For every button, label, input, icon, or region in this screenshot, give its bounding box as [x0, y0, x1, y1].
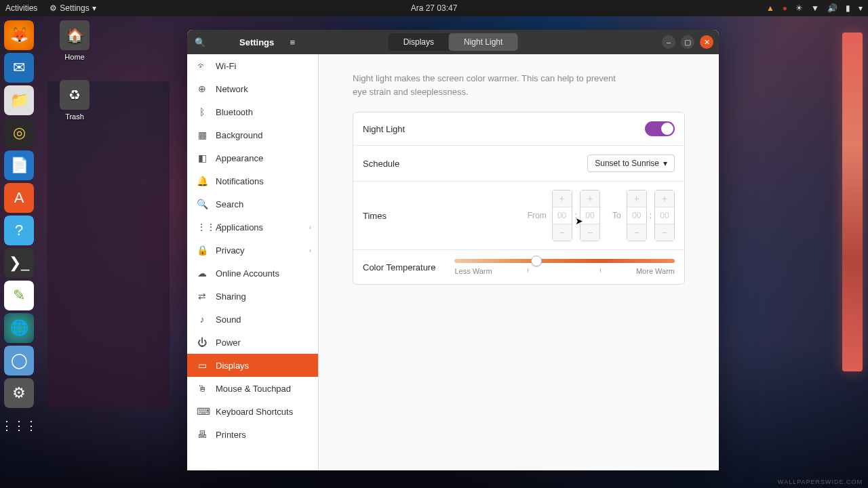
activities-button[interactable]: Activities: [5, 3, 37, 13]
dock-settings[interactable]: ⚙: [4, 378, 34, 408]
sidebar-item-label: Sound: [216, 314, 241, 325]
power-icon: ⏻: [197, 337, 208, 348]
sidebar-item-wi-fi[interactable]: ᯤWi-Fi: [187, 54, 318, 77]
desktop-icon-trash[interactable]: ♻ Trash: [54, 80, 95, 121]
color-temp-slider[interactable]: [454, 259, 675, 263]
sidebar-item-label: Notifications: [216, 176, 264, 186]
app-menu[interactable]: ⚙ Settings ▾: [50, 3, 96, 13]
brightness-icon[interactable]: ☀: [795, 3, 803, 13]
sidebar-item-appearance[interactable]: ◧Appearance: [187, 146, 318, 169]
sidebar-item-label: Appearance: [216, 153, 263, 163]
decrement-button[interactable]: −: [627, 224, 646, 241]
dock-texteditor[interactable]: ✎: [4, 281, 34, 310]
sidebar-item-network[interactable]: ⊕Network: [187, 77, 318, 100]
sidebar-item-online-accounts[interactable]: ☁Online Accounts: [187, 262, 318, 285]
sidebar-item-power[interactable]: ⏻Power: [187, 331, 318, 354]
building-decoration: [47, 81, 170, 407]
desktop-icon-home[interactable]: 🏠 Home: [54, 20, 95, 61]
settings-panel: Night Light Schedule Sunset to Sunrise▾ …: [353, 112, 685, 285]
dock-terminal[interactable]: ❯_: [4, 248, 34, 278]
maximize-button[interactable]: ▢: [681, 35, 694, 49]
to-hour-input[interactable]: [627, 207, 646, 224]
tray-icon[interactable]: ●: [783, 3, 787, 13]
sidebar-item-mouse-touchpad[interactable]: 🖱Mouse & Touchpad: [187, 377, 318, 400]
settings-sidebar: ᯤWi-Fi⊕NetworkᛒBluetooth▦Background◧Appe…: [187, 54, 319, 470]
battery-icon[interactable]: ▮: [846, 3, 850, 13]
chevron-right-icon: ›: [309, 224, 311, 231]
sidebar-item-sound[interactable]: ♪Sound: [187, 308, 318, 331]
from-min-input[interactable]: [580, 207, 599, 224]
increment-button[interactable]: +: [580, 190, 599, 207]
chevron-down-icon: ▾: [663, 159, 667, 168]
dock-chromium[interactable]: ◯: [4, 346, 34, 375]
dock-apps[interactable]: ⋮⋮⋮: [4, 411, 34, 441]
sidebar-item-label: Background: [216, 130, 262, 140]
sidebar-item-label: Mouse & Touchpad: [216, 384, 291, 394]
sidebar-item-search[interactable]: 🔍Search: [187, 192, 318, 216]
to-hour-spinner[interactable]: + −: [627, 190, 647, 241]
dock-software[interactable]: A: [4, 183, 34, 213]
from-label: From: [528, 211, 547, 220]
to-min-input[interactable]: [655, 207, 674, 224]
increment-button[interactable]: +: [655, 190, 674, 207]
decrement-button[interactable]: −: [580, 224, 599, 241]
menu-button[interactable]: ≡: [282, 32, 302, 52]
schedule-label: Schedule: [363, 159, 399, 169]
tab-night-light[interactable]: Night Light: [449, 33, 517, 51]
dock-rhythmbox[interactable]: ◎: [4, 118, 34, 148]
network-icon[interactable]: ▼: [811, 3, 819, 13]
dock-browser[interactable]: 🌐: [4, 313, 34, 343]
increment-button[interactable]: +: [553, 190, 572, 207]
wallpaper-credit: WALLPAPERSWIDE.COM: [778, 479, 863, 485]
kbd-icon: ⌨: [197, 406, 208, 417]
appr-icon: ◧: [197, 152, 208, 163]
dock-writer[interactable]: 📄: [4, 150, 34, 180]
sidebar-item-label: Printers: [216, 430, 246, 440]
sidebar-item-keyboard-shortcuts[interactable]: ⌨Keyboard Shortcuts: [187, 400, 318, 423]
sidebar-item-notifications[interactable]: 🔔Notifications: [187, 169, 318, 192]
volume-icon[interactable]: 🔊: [827, 3, 837, 13]
close-button[interactable]: ✕: [700, 35, 713, 49]
tray-icon[interactable]: ▲: [766, 3, 774, 13]
dock-thunderbird[interactable]: ✉: [4, 53, 34, 83]
night-light-toggle[interactable]: [645, 121, 675, 136]
from-min-spinner[interactable]: + −: [580, 190, 600, 241]
sidebar-item-label: Search: [216, 199, 243, 209]
decrement-button[interactable]: −: [655, 224, 674, 241]
tab-displays[interactable]: Displays: [389, 33, 449, 51]
search-button[interactable]: 🔍: [190, 32, 210, 52]
neon-sign-decoration: [842, 33, 863, 371]
decrement-button[interactable]: −: [553, 224, 572, 241]
color-temp-label: Color Temperature: [363, 262, 435, 272]
from-hour-input[interactable]: [553, 207, 572, 224]
window-title: Settings: [239, 37, 274, 47]
to-min-spinner[interactable]: + −: [654, 190, 675, 241]
sidebar-item-bluetooth[interactable]: ᛒBluetooth: [187, 100, 318, 123]
dock: 🦊 ✉ 📁 ◎ 📄 A ? ❯_ ✎ 🌐 ◯ ⚙ ⋮⋮⋮: [4, 20, 34, 441]
night-light-label: Night Light: [363, 124, 405, 134]
priv-icon: 🔒: [197, 245, 208, 256]
sidebar-item-applications[interactable]: ⋮⋮⋮Applications›: [187, 216, 318, 239]
sidebar-item-label: Keyboard Shortcuts: [216, 407, 293, 417]
sidebar-item-background[interactable]: ▦Background: [187, 123, 318, 146]
sidebar-item-label: Sharing: [216, 291, 246, 302]
from-hour-spinner[interactable]: + −: [552, 190, 572, 241]
system-menu-icon[interactable]: ▾: [859, 3, 863, 13]
clock[interactable]: Ara 27 03:47: [411, 3, 458, 13]
slider-thumb[interactable]: [531, 256, 542, 266]
chevron-right-icon: ›: [309, 247, 311, 254]
description-text: Night light makes the screen color warme…: [353, 72, 624, 98]
notif-icon: 🔔: [197, 176, 208, 186]
dock-files[interactable]: 📁: [4, 85, 34, 115]
top-bar: Activities ⚙ Settings ▾ Ara 27 03:47 ▲ ●…: [0, 0, 868, 16]
sidebar-item-sharing[interactable]: ⇄Sharing: [187, 285, 318, 308]
minimize-button[interactable]: –: [662, 35, 675, 49]
dock-firefox[interactable]: 🦊: [4, 20, 34, 50]
sidebar-item-displays[interactable]: ▭Displays: [187, 354, 318, 377]
increment-button[interactable]: +: [627, 190, 646, 207]
schedule-dropdown[interactable]: Sunset to Sunrise▾: [587, 155, 675, 172]
dock-help[interactable]: ?: [4, 216, 34, 245]
to-label: To: [612, 211, 621, 220]
sidebar-item-privacy[interactable]: 🔒Privacy›: [187, 239, 318, 262]
sidebar-item-printers[interactable]: 🖶Printers: [187, 423, 318, 446]
